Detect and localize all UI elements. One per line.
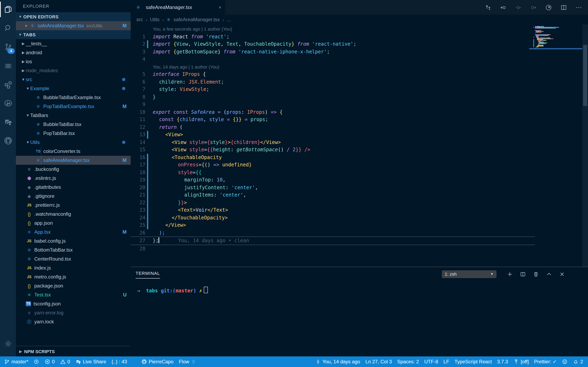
code-line[interactable]: 4 [131, 55, 535, 63]
status-git-branch[interactable]: master* [4, 359, 28, 365]
status-sync-changes[interactable] [34, 359, 39, 365]
tree-file--gitattributes[interactable]: ◆.gitattributes [16, 183, 131, 192]
tree-file-colorconverter-ts[interactable]: TScolorConverter.ts [16, 147, 131, 156]
code-line[interactable]: 6children: JSX.Element; [131, 78, 535, 86]
tree-file-package-json[interactable]: {}package.json [16, 281, 131, 290]
code-line[interactable]: 5interface IProps { [131, 71, 535, 78]
status-encoding[interactable]: UTF-8 [424, 359, 438, 365]
tree-file-poptabbarexample-tsx[interactable]: ⚛PopTabBarExample.tsxM [16, 102, 131, 111]
activitybar-search[interactable] [0, 19, 16, 38]
status-indentation[interactable]: Spaces: 2 [397, 359, 419, 365]
close-icon[interactable]: × [219, 5, 221, 10]
code-line[interactable]: 18style={{ [131, 169, 535, 176]
file-history-icon[interactable] [545, 4, 552, 11]
tree-folder-android[interactable]: ▶android [16, 48, 131, 57]
compare-changes-icon[interactable] [485, 4, 492, 11]
status-blame-info[interactable]: You, 14 days ago [315, 359, 360, 365]
chevron-down-icon[interactable]: ▼ [25, 86, 30, 91]
code-editor[interactable]: You, a few seconds ago | 1 author (You)1… [131, 25, 588, 278]
code-line[interactable]: 7style: ViewStyle; [131, 86, 535, 93]
status-errors[interactable]: 0 [45, 359, 55, 365]
activitybar-settings-gear[interactable] [0, 334, 16, 353]
tree-folder-utils[interactable]: ▼Utils [16, 138, 131, 147]
code-line[interactable]: 13<View> [131, 131, 535, 138]
chevron-down-icon[interactable]: ▼ [25, 140, 30, 144]
status-language-mode[interactable]: TypeScript React [454, 359, 492, 365]
chevron-right-icon[interactable]: ▶ [21, 68, 26, 73]
chevron-down-icon[interactable]: ▼ [21, 77, 26, 82]
status-bracket-count[interactable]: {..} : 43 [112, 359, 127, 365]
status-broadcast[interactable]: [off] [513, 359, 529, 365]
close-panel-icon[interactable] [559, 271, 565, 277]
vertical-scrollbar[interactable] [582, 25, 588, 278]
scrollbar-thumb[interactable] [583, 45, 587, 106]
tree-file--prettierrc-js[interactable]: JS.prettierrc.js [16, 201, 131, 210]
tree-file--eslintrc-js[interactable]: ⬢.eslintrc.js [16, 174, 131, 183]
status-ts-version[interactable]: 3.7.3 [497, 359, 508, 365]
status-feedback[interactable] [562, 359, 568, 365]
tree-folder-src[interactable]: ▼src [16, 75, 131, 84]
tree-file-bubbletabbar-tsx[interactable]: ⚛BubbleTabBar.tsx [16, 120, 131, 129]
code-line[interactable]: 20justifyContent: 'center', [131, 184, 535, 191]
more-actions-icon[interactable] [575, 4, 582, 11]
minimap[interactable] [535, 25, 582, 50]
tree-file-safeareamanager-tsx[interactable]: ⚛safeAreaManager.tsxM [16, 156, 131, 165]
split-terminal-icon[interactable] [520, 271, 526, 277]
breadcrumb-item[interactable]: safeAreaManager.tsx [173, 17, 220, 22]
chevron-right-icon[interactable]: ▶ [21, 59, 26, 64]
breadcrumb-item[interactable]: src [136, 17, 143, 22]
code-line[interactable]: 11const {children, style = {}} = props; [131, 116, 535, 123]
tree-folder--tests-[interactable]: ▶__tests__ [16, 39, 131, 48]
tree-folder-node-modules[interactable]: ▶node_modules [16, 66, 131, 75]
status-github-account[interactable]: PierreCapo [141, 359, 173, 365]
open-editor-item[interactable]: ×⚛safeAreaManager.tsxsrc/UtilsM [16, 21, 131, 30]
previous-change-icon[interactable] [500, 4, 507, 11]
status-flow[interactable]: Flow [179, 359, 196, 365]
code-line[interactable]: 14<View style={style}>{children}</View> [131, 138, 535, 146]
activitybar-extensions[interactable] [0, 75, 16, 94]
code-line[interactable]: 9 [131, 101, 535, 108]
chevron-down-icon[interactable]: ▼ [25, 113, 30, 117]
code-line[interactable]: 3import {getBottomSpace} from 'react-nat… [131, 48, 535, 55]
activitybar-live-share[interactable] [0, 113, 16, 131]
tree-file-test-tsx[interactable]: ⚛Test.tsxU [16, 290, 131, 299]
code-line[interactable]: 26); [131, 229, 535, 236]
tree-file-bubbletabbarexample-tsx[interactable]: ⚛BubbleTabBarExample.tsx [16, 93, 131, 102]
activitybar-github[interactable] [0, 131, 16, 150]
tree-folder-ios[interactable]: ▶ios [16, 57, 131, 66]
maximize-panel-icon[interactable] [546, 271, 552, 277]
tree-file-babel-config-js[interactable]: JSbabel.config.js [16, 236, 131, 245]
status-notifications[interactable]: 2 [573, 359, 583, 365]
breadcrumb-item[interactable]: ... [227, 17, 231, 22]
activitybar-debug[interactable] [0, 56, 16, 75]
code-line[interactable]: 21alignItems: 'center', [131, 191, 535, 199]
status-prettier[interactable]: Prettier: ✓ [534, 359, 557, 365]
status-live-share[interactable]: Live Share [75, 359, 106, 365]
tree-file-centerround-tsx[interactable]: ⚛CenterRound.tsx [16, 254, 131, 263]
tree-file-bottomtabbar-tsx[interactable]: ⚛BottomTabBar.tsx [16, 245, 131, 254]
code-line[interactable]: 19marginTop: 10, [131, 176, 535, 184]
shell-selector[interactable]: 1: zsh ▼ [442, 270, 497, 278]
code-line[interactable]: 23<Text>Voir</Text> [131, 206, 535, 214]
open-changes-icon[interactable] [515, 4, 522, 11]
code-line[interactable]: 12return ( [131, 123, 535, 131]
status-cursor-position[interactable]: Ln 27, Col 3 [365, 359, 392, 365]
breadcrumb-item[interactable]: Utils [150, 17, 160, 22]
code-line[interactable]: 1import React from 'react'; [131, 33, 535, 40]
tree-file-yarn-lock[interactable]: ⓨyarn.lock [16, 317, 131, 326]
tree-file--gitignore[interactable]: ◆.gitignore [16, 192, 131, 201]
code-line[interactable]: 8} [131, 93, 535, 101]
activitybar-explorer[interactable] [0, 0, 16, 19]
code-line[interactable]: 17onPress={() => undefined} [131, 161, 535, 169]
code-line[interactable]: 10export const SafeArea = (props: IProps… [131, 108, 535, 116]
chevron-right-icon[interactable]: ▶ [21, 50, 26, 55]
code-line[interactable]: 22}}> [131, 199, 535, 206]
tree-file-poptabbar-tsx[interactable]: ⚛PopTabBar.tsx [16, 129, 131, 138]
terminal-prompt[interactable]: → tabs git:(master) ✗ [137, 287, 588, 294]
code-line[interactable]: 2import {View, ViewStyle, Text, Touchabl… [131, 40, 535, 48]
status-warnings[interactable]: 0 [60, 359, 70, 365]
code-line[interactable]: 15<View style={{height: getBottomSpace()… [131, 146, 535, 154]
breadcrumb[interactable]: src›Utils›⚛safeAreaManager.tsx›... [131, 15, 588, 25]
tree-file--buckconfig[interactable]: ≡.buckconfig [16, 165, 131, 174]
status-eol[interactable]: LF [443, 359, 449, 365]
